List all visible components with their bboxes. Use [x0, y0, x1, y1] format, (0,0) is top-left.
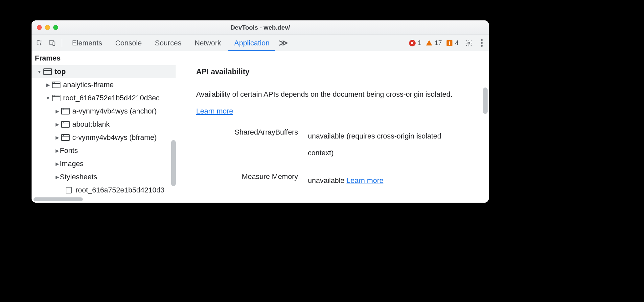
window-title: DevTools - web.dev/ [32, 24, 489, 31]
more-options-button[interactable] [477, 39, 486, 47]
issue-count: 4 [455, 39, 459, 47]
tab-overflow-button[interactable]: ≫ [277, 35, 290, 51]
learn-more-link[interactable]: Learn more [196, 107, 233, 115]
api-availability-card: API availability Availability of certain… [183, 56, 482, 203]
svg-rect-6 [52, 82, 60, 88]
console-counters[interactable]: ✕ 1 17 ! 4 [409, 39, 461, 47]
settings-button[interactable] [463, 38, 474, 49]
expand-arrow-icon[interactable] [55, 161, 60, 166]
scrollbar-vertical[interactable] [171, 140, 176, 186]
issue-icon: ! [447, 40, 452, 46]
frame-bframe[interactable]: c-vynmy4vb4wys (bframe) [32, 131, 176, 144]
svg-rect-21 [66, 187, 71, 193]
warning-icon [426, 39, 433, 47]
category-fonts[interactable]: Fonts [32, 144, 176, 157]
expand-arrow-icon[interactable] [55, 109, 60, 114]
devtools-window: DevTools - web.dev/ Elements Console Sou… [32, 20, 489, 203]
frame-about-blank[interactable]: about:blank [32, 118, 176, 131]
iframe-icon [61, 108, 70, 114]
svg-rect-4 [44, 69, 52, 75]
window-controls [32, 25, 58, 30]
svg-rect-15 [61, 121, 69, 127]
tab-console[interactable]: Console [109, 35, 148, 51]
card-description: Availability of certain APIs depends on … [196, 86, 469, 119]
iframe-icon [52, 82, 60, 88]
iframe-icon [61, 134, 70, 141]
warning-counter[interactable]: 17 [426, 39, 442, 47]
warning-count: 17 [435, 39, 442, 47]
category-stylesheets[interactable]: Stylesheets [32, 170, 176, 184]
error-counter[interactable]: ✕ 1 [409, 39, 422, 47]
svg-point-3 [468, 42, 470, 44]
mm-value: unavailable Learn more [308, 172, 469, 189]
scrollbar-vertical[interactable] [483, 88, 488, 114]
sab-label: SharedArrayBuffers [196, 128, 298, 161]
error-icon: ✕ [409, 40, 416, 46]
frame-icon [43, 68, 52, 75]
main-panel: API availability Availability of certain… [176, 51, 489, 203]
frame-top[interactable]: top [32, 65, 176, 78]
mm-label: Measure Memory [196, 172, 298, 189]
iframe-icon [52, 95, 60, 101]
expand-arrow-icon[interactable] [55, 135, 60, 140]
expand-arrow-icon[interactable] [55, 122, 60, 127]
tabstrip: Elements Console Sources Network Applica… [32, 35, 489, 51]
frame-anchor[interactable]: a-vynmy4vb4wys (anchor) [32, 105, 176, 118]
iframe-icon [61, 121, 70, 128]
svg-rect-18 [61, 135, 69, 140]
expand-arrow-icon[interactable] [55, 148, 60, 153]
svg-rect-9 [52, 95, 60, 101]
frame-analytics-iframe[interactable]: analytics-iframe [32, 78, 176, 91]
svg-rect-12 [61, 108, 69, 114]
card-heading: API availability [196, 67, 469, 76]
expand-arrow-icon[interactable] [45, 82, 51, 88]
sab-value: unavailable (requires cross-origin isola… [308, 128, 469, 161]
panel-body: Frames top analytics-iframe [32, 51, 489, 203]
expand-arrow-icon[interactable] [55, 174, 60, 180]
document-icon [64, 187, 73, 193]
expand-arrow-icon[interactable] [45, 95, 51, 101]
issues-counter[interactable]: ! 4 [446, 39, 459, 47]
tab-elements[interactable]: Elements [66, 35, 108, 51]
tab-network[interactable]: Network [189, 35, 227, 51]
fullscreen-window-button[interactable] [53, 25, 58, 30]
frames-sidebar: Frames top analytics-iframe [32, 51, 176, 203]
frame-root[interactable]: root_616a752e1b5d4210d3ec [32, 91, 176, 105]
device-toolbar-icon[interactable] [47, 38, 58, 49]
titlebar: DevTools - web.dev/ [32, 20, 489, 35]
learn-more-link-mm[interactable]: Learn more [346, 176, 383, 185]
svg-rect-2 [53, 42, 55, 45]
scrollbar-horizontal[interactable] [34, 197, 83, 201]
tab-sources[interactable]: Sources [149, 35, 187, 51]
frame-truncated[interactable]: root_616a752e1b5d4210d3 [32, 184, 176, 197]
inspect-element-icon[interactable] [34, 38, 45, 49]
tab-application[interactable]: Application [228, 35, 276, 51]
separator [62, 39, 62, 47]
category-images[interactable]: Images [32, 157, 176, 170]
sidebar-section-title: Frames [32, 52, 176, 65]
expand-arrow-icon[interactable] [37, 69, 42, 74]
error-count: 1 [418, 39, 422, 47]
minimize-window-button[interactable] [45, 25, 50, 30]
api-grid: SharedArrayBuffers unavailable (requires… [196, 128, 469, 189]
close-window-button[interactable] [37, 25, 42, 30]
